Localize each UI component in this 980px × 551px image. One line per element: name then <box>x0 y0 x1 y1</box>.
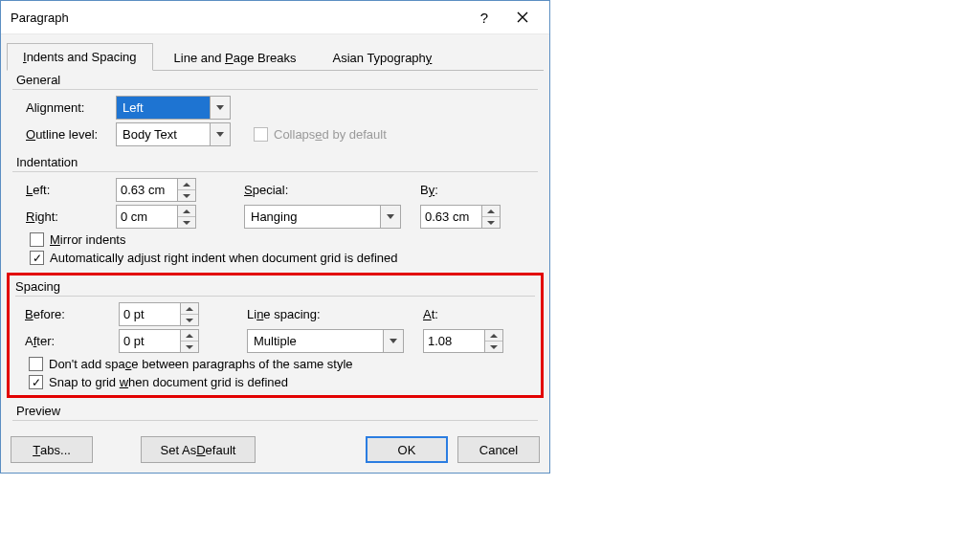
by-spinner[interactable]: 0.63 cm <box>420 205 501 229</box>
close-icon <box>517 10 528 26</box>
alignment-value: Left <box>117 97 210 119</box>
preview-title: Preview <box>12 402 538 420</box>
indent-left-label: Left: <box>12 183 116 197</box>
ok-button[interactable]: OK <box>366 436 448 463</box>
dropdown-arrow-icon <box>210 123 230 145</box>
special-value: Hanging <box>245 206 380 228</box>
auto-adjust-indent-checkbox[interactable]: ✓ Automatically adjust right indent when… <box>12 251 538 265</box>
alignment-combo[interactable]: Left <box>116 96 231 120</box>
collapsed-by-default-checkbox: Collapsed by default <box>231 127 387 142</box>
after-label: After: <box>15 334 119 348</box>
before-label: Before: <box>15 307 119 321</box>
line-spacing-combo[interactable]: Multiple <box>247 329 404 353</box>
after-value: 0 pt <box>120 330 180 352</box>
tabs-button[interactable]: Tabs... <box>11 436 93 463</box>
dropdown-arrow-icon <box>383 330 403 352</box>
spinner-up-icon[interactable] <box>482 206 500 217</box>
spinner-down-icon[interactable] <box>178 217 195 228</box>
spinner-down-icon[interactable] <box>181 342 198 352</box>
indent-right-value: 0 cm <box>117 206 177 228</box>
by-value: 0.63 cm <box>421 206 481 228</box>
spinner-up-icon[interactable] <box>178 179 195 190</box>
at-label: At: <box>423 307 438 321</box>
general-title: General <box>12 71 538 89</box>
dropdown-arrow-icon <box>210 97 230 119</box>
dont-add-space-checkbox[interactable]: Don't add space between paragraphs of th… <box>15 357 535 371</box>
general-section: General Alignment: Left Outline level: B… <box>7 71 544 153</box>
collapsed-label: Collapsed by default <box>274 127 387 142</box>
special-label: Special: <box>244 183 382 197</box>
spinner-up-icon[interactable] <box>181 330 198 342</box>
cancel-button[interactable]: Cancel <box>457 436 540 463</box>
spinner-up-icon[interactable] <box>178 206 195 217</box>
auto-adjust-label: Automatically adjust right indent when d… <box>50 251 398 265</box>
outline-level-label: Outline level: <box>12 127 116 142</box>
tab-line-page-breaks[interactable]: Line and Page Breaks <box>159 45 312 71</box>
indent-right-label: Right: <box>12 209 116 224</box>
spacing-section: Spacing Before: 0 pt Line spacing: At: A… <box>12 277 538 389</box>
spinner-down-icon[interactable] <box>178 190 195 201</box>
checkbox-icon: ✓ <box>29 375 43 389</box>
paragraph-dialog: Paragraph ? Indents and Spacing Line and… <box>0 0 550 474</box>
titlebar: Paragraph ? <box>1 1 549 34</box>
dropdown-arrow-icon <box>380 206 400 228</box>
dialog-footer: Tabs... Set As Default OK Cancel <box>1 429 549 473</box>
spacing-section-highlight: Spacing Before: 0 pt Line spacing: At: A… <box>7 273 544 398</box>
checkbox-icon <box>30 232 44 247</box>
special-combo[interactable]: Hanging <box>244 205 401 229</box>
before-spinner[interactable]: 0 pt <box>119 302 199 326</box>
before-value: 0 pt <box>120 303 180 325</box>
close-button[interactable] <box>503 2 542 33</box>
spinner-down-icon[interactable] <box>482 217 500 228</box>
checkbox-icon <box>254 127 268 142</box>
at-value: 1.08 <box>424 330 484 352</box>
help-button[interactable]: ? <box>465 2 503 33</box>
spinner-up-icon[interactable] <box>181 303 198 315</box>
checkbox-icon <box>29 357 43 371</box>
after-spinner[interactable]: 0 pt <box>119 329 199 353</box>
set-as-default-button[interactable]: Set As Default <box>141 436 256 463</box>
line-spacing-value: Multiple <box>248 330 383 352</box>
dont-add-space-label: Don't add space between paragraphs of th… <box>49 357 353 371</box>
indent-left-value: 0.63 cm <box>117 179 177 201</box>
by-label: By: <box>420 183 438 197</box>
preview-section: Preview <box>7 402 544 421</box>
alignment-label: Alignment: <box>12 100 116 115</box>
checkbox-icon: ✓ <box>30 251 44 265</box>
outline-level-combo[interactable]: Body Text <box>116 122 231 146</box>
mirror-indents-label: Mirror indents <box>50 232 125 247</box>
tab-asian-typography[interactable]: Asian Typography <box>318 45 448 71</box>
outline-level-value: Body Text <box>117 123 210 145</box>
snap-to-grid-label: Snap to grid when document grid is defin… <box>49 375 288 389</box>
spacing-title: Spacing <box>15 277 535 296</box>
at-spinner[interactable]: 1.08 <box>423 329 503 353</box>
indentation-section: Indentation Left: 0.63 cm Special: By: R… <box>7 153 544 273</box>
mirror-indents-checkbox[interactable]: Mirror indents <box>12 232 538 247</box>
dialog-title: Paragraph <box>9 11 465 25</box>
line-spacing-label: Line spacing: <box>247 307 385 321</box>
snap-to-grid-checkbox[interactable]: ✓ Snap to grid when document grid is def… <box>15 375 535 389</box>
indent-right-spinner[interactable]: 0 cm <box>116 205 196 229</box>
indentation-title: Indentation <box>12 153 538 171</box>
tab-indents-spacing[interactable]: Indents and Spacing <box>7 43 153 71</box>
spinner-down-icon[interactable] <box>181 315 198 325</box>
spinner-up-icon[interactable] <box>485 330 502 342</box>
indent-left-spinner[interactable]: 0.63 cm <box>116 178 196 202</box>
tab-bar: Indents and Spacing Line and Page Breaks… <box>7 42 544 71</box>
spinner-down-icon[interactable] <box>485 342 502 352</box>
